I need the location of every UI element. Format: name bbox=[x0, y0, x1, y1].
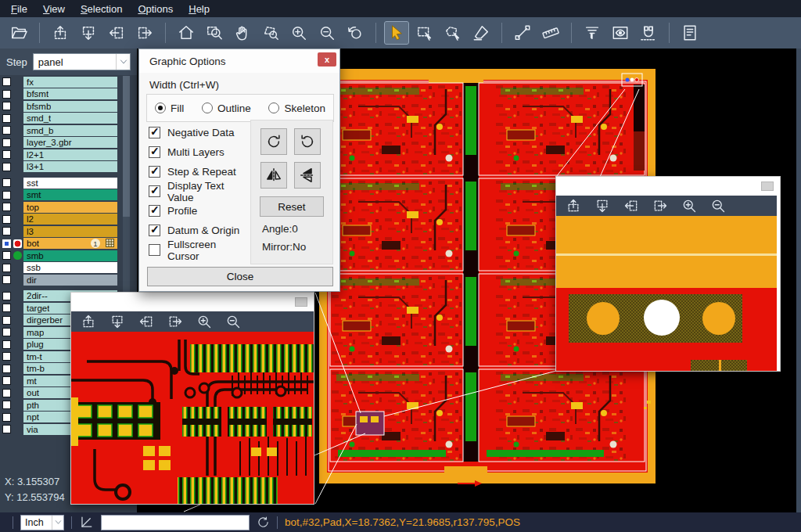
layer-row-l3[interactable]: l3 bbox=[0, 225, 122, 238]
radio-outline[interactable]: Outline bbox=[202, 102, 251, 114]
layer-name[interactable]: l3 bbox=[23, 226, 117, 237]
measure-button[interactable] bbox=[511, 22, 534, 44]
zoom-in-button[interactable] bbox=[287, 22, 311, 44]
flip-v-button[interactable] bbox=[294, 162, 321, 189]
move-down-button[interactable] bbox=[77, 22, 100, 44]
layer-row-bot[interactable]: bot1 bbox=[0, 238, 122, 250]
layer-visibility-checkbox[interactable] bbox=[2, 178, 11, 187]
move-down-button[interactable] bbox=[110, 314, 125, 329]
sync-icon[interactable] bbox=[257, 516, 270, 529]
layer-visibility-checkbox[interactable] bbox=[2, 77, 11, 86]
checkbox-datum-origin[interactable]: Datum & Origin bbox=[149, 221, 250, 240]
checkbox-negative-data[interactable]: Negative Data bbox=[149, 123, 250, 142]
layer-visibility-checkbox[interactable] bbox=[2, 328, 11, 336]
layer-row-sst[interactable]: sst bbox=[0, 177, 122, 189]
select-button[interactable] bbox=[385, 22, 408, 44]
radio-dot[interactable] bbox=[268, 102, 279, 113]
checkbox-fullscreen-cursor[interactable]: Fullscreen Cursor bbox=[149, 240, 250, 260]
layer-name[interactable]: smb bbox=[23, 250, 117, 261]
layer-row-smb[interactable]: smb bbox=[0, 250, 122, 262]
zoom-in-button[interactable] bbox=[196, 314, 212, 329]
magnifier-2-view[interactable] bbox=[556, 216, 780, 371]
layer-name[interactable]: smt bbox=[23, 189, 117, 200]
dialog-close-button[interactable]: Close bbox=[147, 267, 333, 286]
pan-button[interactable] bbox=[231, 22, 254, 44]
layer-visibility-checkbox[interactable] bbox=[2, 227, 11, 235]
reset-button[interactable]: Reset bbox=[260, 196, 324, 217]
layer-visibility-checkbox[interactable] bbox=[2, 425, 11, 433]
home-button[interactable] bbox=[174, 22, 198, 44]
layer-visibility-checkbox[interactable] bbox=[2, 413, 11, 422]
checkbox-box[interactable] bbox=[149, 185, 160, 197]
layer-name[interactable]: dir bbox=[23, 275, 117, 286]
zoom-window-button[interactable] bbox=[203, 22, 226, 44]
magnifier-window-2[interactable] bbox=[555, 176, 781, 372]
menu-selection[interactable]: Selection bbox=[73, 3, 130, 15]
menu-help[interactable]: Help bbox=[181, 3, 217, 15]
layer-name[interactable]: smd_b bbox=[23, 125, 117, 136]
zoom-object-button[interactable] bbox=[259, 22, 282, 44]
layer-visibility-checkbox[interactable] bbox=[2, 251, 11, 260]
zoom-in-button[interactable] bbox=[681, 198, 697, 214]
layer-row-dir[interactable]: dir bbox=[0, 274, 122, 286]
layer-row-top[interactable]: top bbox=[0, 201, 122, 214]
poly-select-button[interactable] bbox=[441, 22, 465, 44]
magnifier-1-close-button[interactable] bbox=[295, 297, 307, 307]
open-file-button[interactable] bbox=[7, 22, 31, 44]
layer-row-bfsmb[interactable]: bfsmb bbox=[0, 100, 122, 113]
layer-visibility-checkbox[interactable] bbox=[2, 102, 11, 110]
layer-grid-icon[interactable] bbox=[106, 239, 114, 247]
layer-name[interactable]: ssb bbox=[23, 262, 117, 273]
view-eye-button[interactable] bbox=[609, 22, 632, 44]
layer-name[interactable]: fx bbox=[23, 77, 117, 88]
checkbox-multi-layers[interactable]: Multi Layers bbox=[149, 142, 250, 162]
checkbox-box[interactable] bbox=[149, 127, 160, 138]
layer-row-smd_t[interactable]: smd_t bbox=[0, 113, 122, 125]
move-up-button[interactable] bbox=[48, 22, 72, 44]
layer-row-l2[interactable]: l2 bbox=[0, 214, 122, 226]
radio-dot[interactable] bbox=[202, 102, 213, 113]
layer-visibility-checkbox[interactable] bbox=[2, 304, 11, 312]
layer-row-fx[interactable]: fx bbox=[0, 76, 122, 88]
dialog-titlebar[interactable]: Graphic Options x bbox=[139, 49, 339, 73]
radio-fill[interactable]: Fill bbox=[155, 102, 184, 114]
step-select[interactable]: panel bbox=[33, 53, 131, 70]
scrollbar-thumb[interactable] bbox=[123, 76, 130, 217]
filter-button[interactable] bbox=[580, 22, 604, 44]
move-down-button[interactable] bbox=[594, 198, 610, 214]
magnifier-window-1[interactable] bbox=[70, 292, 314, 505]
layer-name[interactable]: l2 bbox=[23, 214, 117, 225]
layer-visibility-checkbox[interactable] bbox=[2, 191, 11, 200]
move-up-button[interactable] bbox=[81, 314, 96, 329]
checkbox-box[interactable] bbox=[149, 146, 160, 158]
zoom-previous-button[interactable] bbox=[343, 22, 367, 44]
layer-visibility-checkbox[interactable] bbox=[2, 163, 11, 171]
report-button[interactable] bbox=[678, 22, 702, 44]
move-left-button[interactable] bbox=[105, 22, 128, 44]
radio-skeleton[interactable]: Skeleton bbox=[268, 102, 325, 114]
layer-visibility-checkbox[interactable] bbox=[2, 376, 11, 385]
layer-row-ssb[interactable]: ssb bbox=[0, 262, 122, 275]
rect-select-button[interactable] bbox=[413, 22, 436, 44]
layer-visibility-checkbox[interactable] bbox=[2, 203, 11, 211]
layer-name[interactable]: bfsmt bbox=[23, 88, 117, 99]
checkbox-box[interactable] bbox=[149, 225, 160, 236]
layer-row-l3+1[interactable]: l3+1 bbox=[0, 161, 122, 174]
checkbox-box[interactable] bbox=[149, 166, 160, 178]
magnifier-2-close-button[interactable] bbox=[761, 182, 774, 191]
checkbox-box[interactable] bbox=[149, 205, 160, 217]
layer-visibility-checkbox[interactable] bbox=[2, 114, 11, 123]
zoom-out-button[interactable] bbox=[315, 22, 339, 44]
layer-name[interactable]: bfsmb bbox=[23, 101, 117, 112]
move-right-button[interactable] bbox=[652, 198, 668, 214]
layer-row-smt[interactable]: smt bbox=[0, 189, 122, 202]
layer-visibility-checkbox[interactable] bbox=[2, 352, 11, 361]
checkbox-step-repeat[interactable]: Step & Repeat bbox=[149, 162, 250, 182]
layer-visibility-checkbox[interactable] bbox=[2, 292, 11, 300]
layer-visibility-checkbox[interactable] bbox=[2, 340, 11, 349]
checkbox-profile[interactable]: Profile bbox=[149, 201, 250, 221]
layer-visibility-checkbox[interactable] bbox=[2, 316, 11, 325]
layer-row-l2+1[interactable]: l2+1 bbox=[0, 149, 122, 161]
snap-button[interactable] bbox=[637, 22, 660, 44]
layer-visibility-checkbox[interactable] bbox=[2, 365, 11, 373]
